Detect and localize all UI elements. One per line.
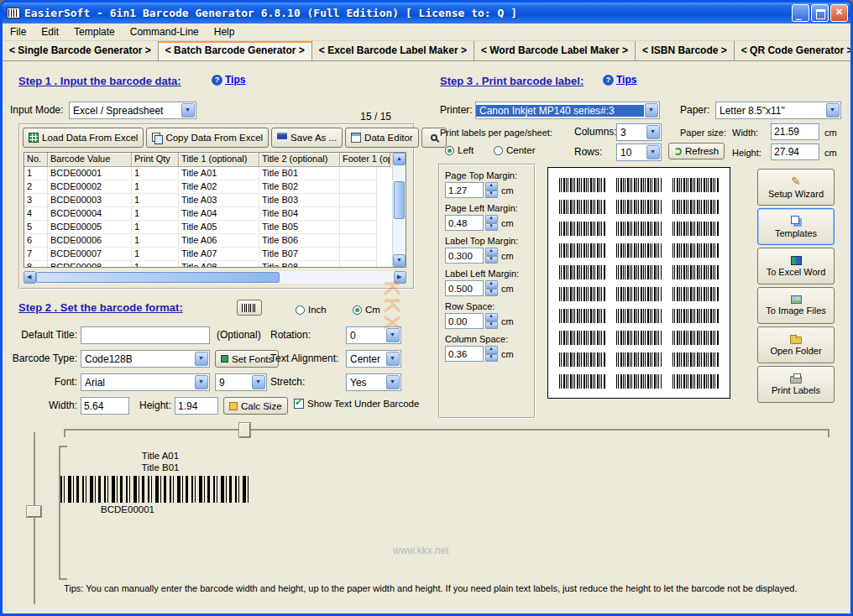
spinner-up-icon[interactable] [485, 280, 498, 289]
maximize-button[interactable] [811, 4, 829, 22]
chevron-down-icon[interactable] [386, 375, 400, 389]
mode-tab[interactable]: < ISBN Barcode > [636, 41, 735, 60]
templates-button[interactable]: Templates [757, 208, 835, 245]
chevron-down-icon[interactable] [195, 375, 208, 389]
data-editor-button[interactable]: Data Editor [345, 128, 419, 148]
to-excel-word-button[interactable]: To Excel Word [757, 248, 835, 285]
mode-tab[interactable]: < Single Barcode Generator > [3, 41, 159, 60]
open-folder-button[interactable]: Open Folder [757, 326, 835, 363]
paper-select[interactable]: Letter 8.5"x11" [715, 102, 841, 119]
barcode-height-input[interactable] [175, 397, 218, 415]
scrollbar-thumb[interactable] [394, 181, 405, 219]
spinner-down-icon[interactable] [485, 289, 498, 297]
height-slider-handle[interactable] [27, 506, 41, 517]
margin-spinner[interactable] [485, 313, 498, 329]
calc-size-button[interactable]: Calc Size [223, 397, 288, 415]
column-header[interactable]: Print Qty [132, 153, 179, 167]
spinner-up-icon[interactable] [485, 248, 498, 256]
close-button[interactable] [830, 4, 848, 22]
column-header[interactable]: Footer 1 (opt [340, 153, 390, 167]
refresh-button[interactable]: Refresh [668, 143, 725, 159]
save-as-button[interactable]: Save As ... [271, 128, 343, 148]
column-header[interactable]: Title 1 (optional) [179, 153, 259, 167]
unit-cm-radio[interactable]: Cm [353, 305, 380, 315]
scroll-down-icon[interactable] [393, 254, 406, 267]
spinner-up-icon[interactable] [485, 346, 498, 354]
barcode-type-select[interactable]: Code128B [81, 350, 210, 368]
mode-tab[interactable]: < Batch Barcode Generator > [159, 41, 312, 60]
column-header[interactable]: Title 2 (optional) [259, 153, 340, 167]
menu-item[interactable]: Template [66, 23, 123, 41]
table-row[interactable]: 6 BCDE00006 1 Title A06 Title B06 [24, 234, 406, 248]
print-labels-button[interactable]: Print Labels [757, 366, 835, 403]
column-header[interactable]: Barcode Value [48, 153, 132, 167]
barcode-preview-button[interactable] [237, 300, 262, 316]
printer-select[interactable]: Canon Inkjet MP140 series#:3 [475, 102, 660, 119]
step3-tips-link[interactable]: Tips [603, 74, 636, 86]
table-row[interactable]: 2 BCDE00002 1 Title A02 Title B02 [24, 180, 406, 194]
text-alignment-select[interactable]: Center [346, 350, 401, 368]
step1-tips-link[interactable]: Tips [212, 74, 245, 86]
input-mode-select[interactable]: Excel / Spreadsheet [69, 102, 196, 119]
chevron-down-icon[interactable] [386, 352, 400, 366]
load-data-from-excel-button[interactable]: Load Data From Excel [23, 128, 144, 148]
scroll-up-icon[interactable] [393, 153, 406, 165]
margin-input[interactable] [445, 215, 484, 231]
scrollbar-thumb[interactable] [36, 272, 280, 283]
table-row[interactable]: 8 BCDE00008 1 Title A08 Title B08 [24, 261, 406, 268]
chevron-down-icon[interactable] [646, 145, 660, 159]
minimize-button[interactable] [792, 4, 809, 22]
table-row[interactable]: 7 BCDE00007 1 Title A07 Title B07 [24, 248, 406, 261]
spinner-up-icon[interactable] [485, 182, 498, 191]
spinner-down-icon[interactable] [485, 321, 498, 330]
margin-input[interactable] [445, 313, 484, 329]
spinner-down-icon[interactable] [485, 354, 498, 363]
mode-tab[interactable]: < Excel Barcode Label Maker > [312, 41, 474, 60]
margin-spinner[interactable] [485, 280, 498, 296]
margin-input[interactable] [445, 248, 484, 264]
chevron-down-icon[interactable] [181, 103, 195, 117]
spinner-up-icon[interactable] [485, 215, 498, 223]
columns-select[interactable]: 3 [616, 123, 662, 141]
set-fonts-button[interactable]: Set Fonts [215, 350, 279, 368]
table-row[interactable]: 5 BCDE00005 1 Title A05 Title B05 [24, 221, 406, 234]
setup-wizard-button[interactable]: Setup Wizard [757, 169, 835, 206]
table-vertical-scrollbar[interactable] [392, 153, 406, 267]
margin-spinner[interactable] [485, 346, 498, 362]
chevron-down-icon[interactable] [646, 125, 660, 139]
mode-tab[interactable]: < Word Barcode Label Maker > [474, 41, 636, 60]
to-image-files-button[interactable]: To Image Files [757, 287, 835, 324]
rows-select[interactable]: 10 [616, 144, 662, 161]
menu-item[interactable]: Edit [34, 23, 66, 41]
mode-tab[interactable]: < QR Code Generator > [735, 41, 853, 60]
margin-spinner[interactable] [485, 182, 498, 198]
default-title-input[interactable] [81, 326, 210, 344]
menu-item[interactable]: Command-Line [123, 23, 207, 41]
paper-height-input[interactable] [771, 144, 819, 160]
margin-input[interactable] [445, 182, 484, 198]
table-row[interactable]: 4 BCDE00004 1 Title A04 Title B04 [24, 207, 406, 221]
spinner-up-icon[interactable] [485, 313, 498, 321]
chevron-down-icon[interactable] [645, 103, 658, 117]
margin-spinner[interactable] [485, 248, 498, 264]
chevron-down-icon[interactable] [252, 375, 265, 389]
font-select[interactable]: Arial [81, 373, 210, 391]
stretch-select[interactable]: Yes [346, 373, 401, 391]
spinner-down-icon[interactable] [485, 191, 498, 199]
unit-inch-radio[interactable]: Inch [296, 305, 327, 315]
spinner-down-icon[interactable] [485, 223, 498, 232]
spinner-down-icon[interactable] [485, 256, 498, 264]
margin-input[interactable] [445, 346, 484, 362]
font-size-select[interactable]: 9 [215, 373, 267, 391]
show-text-checkbox[interactable]: Show Text Under Barcode [294, 399, 419, 409]
chevron-down-icon[interactable] [826, 103, 840, 117]
align-left-radio[interactable]: Left [445, 145, 474, 155]
menu-item[interactable]: Help [207, 23, 243, 41]
width-slider-handle[interactable] [239, 423, 250, 437]
column-header[interactable]: No. [24, 153, 48, 167]
menu-item[interactable]: File [3, 23, 34, 41]
table-horizontal-scrollbar[interactable] [24, 271, 406, 284]
barcode-width-input[interactable] [81, 397, 129, 415]
copy-data-from-excel-button[interactable]: Copy Data From Excel [146, 128, 269, 148]
table-row[interactable]: 3 BCDE00003 1 Title A03 Title B03 [24, 194, 406, 207]
